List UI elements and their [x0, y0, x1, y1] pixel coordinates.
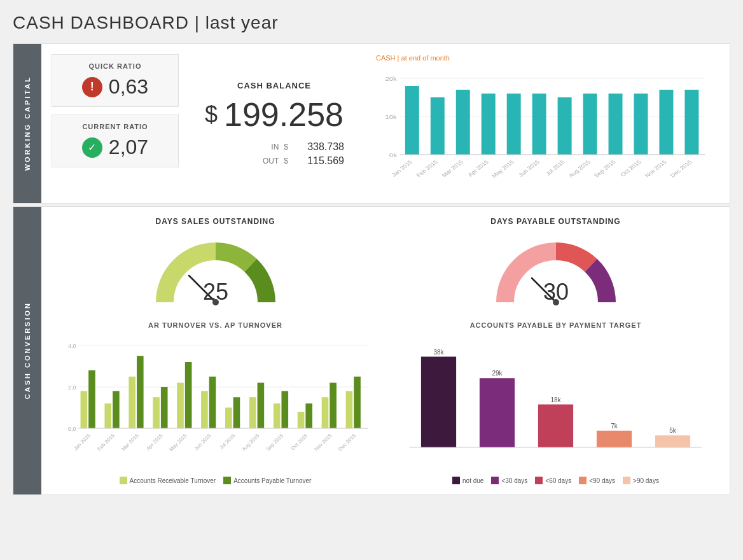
svg-rect-24: [634, 94, 648, 155]
svg-text:Apr 2015: Apr 2015: [145, 433, 164, 452]
alert-icon: !: [82, 77, 102, 97]
cash-chart-title: CASH | at end of month: [376, 54, 713, 62]
quick-ratio-value: 0,63: [109, 75, 148, 99]
dso-panel: DAYS SALES OUTSTANDING: [52, 217, 379, 315]
payable-legend-item: <30 days: [491, 477, 527, 484]
legend-ap: Accounts Payable Turnover: [223, 477, 311, 484]
payable-title: ACCOUNTS PAYABLE BY PAYMENT TARGET: [392, 321, 719, 329]
cash-conversion-content: DAYS SALES OUTSTANDING: [41, 207, 730, 494]
svg-rect-82: [421, 357, 456, 448]
svg-text:10k: 10k: [385, 114, 398, 120]
svg-text:Mar 2015: Mar 2015: [440, 159, 464, 178]
svg-rect-49: [113, 391, 120, 429]
payable-legend-item: <90 days: [579, 477, 615, 484]
svg-rect-6: [405, 86, 419, 155]
svg-rect-84: [480, 378, 515, 447]
out-label: OUT: [260, 157, 279, 165]
svg-text:0k: 0k: [389, 152, 398, 158]
svg-text:Dec 2015: Dec 2015: [337, 433, 357, 452]
svg-rect-12: [482, 94, 496, 155]
svg-rect-88: [597, 431, 632, 447]
dpo-panel: DAYS PAYABLE OUTSTANDING: [392, 217, 719, 315]
payable-legend-item: >90 days: [623, 477, 659, 484]
cash-out-row: OUT $ 115.569: [204, 155, 344, 167]
quick-ratio-title: QUICK RATIO: [62, 62, 168, 70]
svg-text:May 2015: May 2015: [490, 159, 515, 179]
svg-text:Mar 2015: Mar 2015: [120, 433, 140, 452]
svg-text:Feb 2015: Feb 2015: [97, 433, 116, 452]
turnover-chart: 0,02,04,0Jan 2015Feb 2015Mar 2015Apr 201…: [52, 333, 379, 473]
svg-rect-54: [153, 397, 160, 428]
svg-text:Aug 2015: Aug 2015: [241, 433, 261, 452]
turnover-panel: AR TURNOVER VS. AP TURNOVER 0,02,04,0Jan…: [52, 321, 379, 484]
cash-conversion-label: CASH CONVERSION: [24, 302, 31, 399]
svg-rect-20: [583, 94, 597, 155]
in-label: IN: [260, 143, 279, 151]
dso-title: DAYS SALES OUTSTANDING: [155, 217, 275, 226]
svg-text:4,0: 4,0: [68, 343, 76, 349]
cash-balance-value: 199.258: [224, 95, 344, 134]
svg-rect-8: [431, 97, 445, 155]
current-ratio-value: 2,07: [109, 136, 148, 159]
ratios-panel: QUICK RATIO ! 0,63 CURRENT RATIO ✓ 2,07: [52, 54, 179, 193]
working-capital-sidebar: WORKING CAPITAL: [13, 44, 41, 203]
svg-text:2,0: 2,0: [68, 384, 76, 391]
svg-text:38k: 38k: [433, 349, 444, 356]
svg-text:29k: 29k: [492, 370, 503, 377]
svg-text:Jul 2015: Jul 2015: [219, 433, 237, 451]
svg-rect-73: [305, 403, 312, 428]
svg-text:Nov 2015: Nov 2015: [644, 159, 668, 178]
svg-rect-63: [225, 408, 232, 429]
svg-rect-57: [177, 383, 184, 429]
svg-text:Jun 2015: Jun 2015: [517, 159, 541, 178]
svg-text:May 2015: May 2015: [168, 433, 188, 453]
cash-balance-panel: CASH BALANCE $ 199.258 IN $ 338.738 OUT …: [191, 54, 357, 193]
svg-text:Feb 2015: Feb 2015: [415, 159, 439, 178]
svg-rect-72: [298, 412, 305, 428]
svg-rect-28: [684, 90, 698, 155]
turnover-legend: Accounts Receivable Turnover Accounts Pa…: [52, 477, 379, 484]
svg-text:5k: 5k: [669, 427, 677, 434]
svg-rect-76: [330, 383, 337, 429]
svg-text:25: 25: [202, 279, 228, 305]
svg-rect-61: [209, 377, 216, 428]
svg-text:Nov 2015: Nov 2015: [313, 433, 333, 452]
svg-rect-10: [456, 90, 470, 155]
svg-text:Jul 2015: Jul 2015: [544, 159, 566, 177]
svg-rect-52: [137, 356, 144, 428]
svg-text:7k: 7k: [611, 423, 618, 430]
payable-legend-item: not due: [452, 477, 483, 484]
svg-text:Sep 2015: Sep 2015: [265, 433, 285, 452]
svg-rect-67: [258, 383, 265, 429]
cash-balance-sub: IN $ 338.738 OUT $ 115.569: [204, 141, 344, 167]
dpo-gauge: 30: [486, 232, 626, 315]
svg-rect-18: [558, 97, 572, 155]
svg-text:0,0: 0,0: [68, 426, 76, 432]
svg-rect-90: [655, 435, 690, 447]
cash-conversion-sidebar: CASH CONVERSION: [13, 207, 41, 494]
dollar-sign: $: [205, 101, 218, 128]
payable-panel: ACCOUNTS PAYABLE BY PAYMENT TARGET 38k29…: [392, 321, 719, 484]
svg-rect-70: [281, 391, 288, 429]
svg-rect-58: [185, 362, 192, 428]
turnover-title: AR TURNOVER VS. AP TURNOVER: [52, 321, 379, 329]
out-value: 115.569: [293, 155, 344, 167]
current-ratio-card: CURRENT RATIO ✓ 2,07: [52, 115, 179, 167]
svg-text:Apr 2015: Apr 2015: [467, 159, 490, 178]
payable-legend: not due <30 days <60 days <90 days >90 d…: [392, 477, 719, 484]
svg-rect-51: [128, 377, 135, 428]
svg-rect-66: [249, 397, 256, 428]
cash-balance-main: $ 199.258: [205, 95, 344, 134]
svg-rect-60: [201, 391, 208, 429]
svg-text:Sep 2015: Sep 2015: [593, 159, 617, 178]
gauges-row: DAYS SALES OUTSTANDING: [52, 217, 719, 315]
current-ratio-title: CURRENT RATIO: [62, 123, 168, 130]
svg-rect-16: [532, 94, 546, 155]
svg-text:Oct 2015: Oct 2015: [619, 159, 642, 178]
dpo-title: DAYS PAYABLE OUTSTANDING: [490, 217, 620, 226]
svg-rect-69: [274, 403, 281, 428]
svg-text:Dec 2015: Dec 2015: [669, 159, 693, 178]
svg-text:Jan 2015: Jan 2015: [390, 159, 413, 178]
svg-rect-75: [322, 397, 329, 428]
svg-text:20k: 20k: [385, 76, 398, 82]
